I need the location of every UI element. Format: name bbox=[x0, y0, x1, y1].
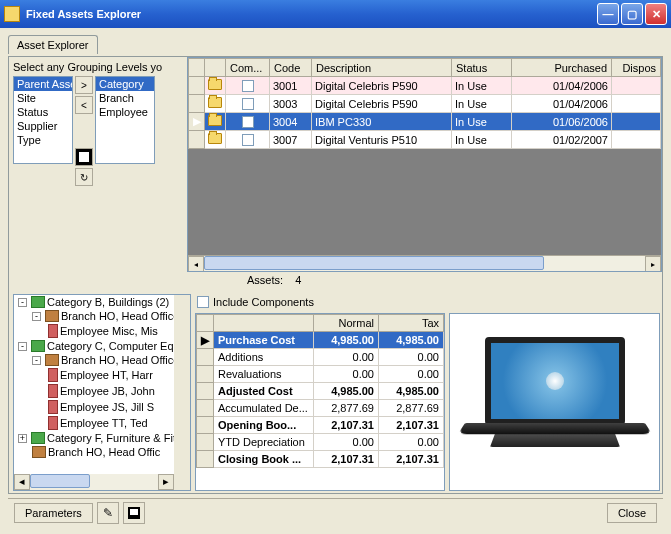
tree-category-icon bbox=[31, 340, 45, 352]
refresh-grouping-button[interactable]: ↻ bbox=[75, 168, 93, 186]
grid-hscrollbar[interactable]: ◂ ▸ bbox=[188, 255, 661, 271]
remove-level-button[interactable]: < bbox=[75, 96, 93, 114]
grid-header[interactable]: Purchased bbox=[512, 59, 612, 77]
grid-header[interactable]: Status bbox=[452, 59, 512, 77]
tree-label: Branch HO, Head Office bbox=[61, 354, 179, 366]
assets-label: Assets: bbox=[247, 274, 283, 286]
assets-grid[interactable]: Com...CodeDescriptionStatusPurchasedDisp… bbox=[187, 57, 662, 272]
values-row[interactable]: ▶Purchase Cost4,985.004,985.00 bbox=[197, 332, 444, 349]
tree-node[interactable]: -Category B, Buildings (2) bbox=[14, 295, 190, 309]
tree-node[interactable]: -Branch HO, Head Office bbox=[14, 353, 190, 367]
row-checkbox[interactable] bbox=[242, 134, 254, 146]
tree-label: Employee TT, Ted bbox=[60, 417, 148, 429]
row-checkbox[interactable] bbox=[242, 98, 254, 110]
add-level-button[interactable]: > bbox=[75, 76, 93, 94]
values-row[interactable]: Opening Boo...2,107.312,107.31 bbox=[197, 417, 444, 434]
tree-label: Category B, Buildings (2) bbox=[47, 296, 169, 308]
grid-header[interactable]: Description bbox=[312, 59, 452, 77]
expander-icon[interactable]: + bbox=[18, 434, 27, 443]
tree-label: Employee HT, Harr bbox=[60, 369, 153, 381]
grid-header[interactable] bbox=[189, 59, 205, 77]
maximize-button[interactable]: ▢ bbox=[621, 3, 643, 25]
values-row[interactable]: Closing Book ...2,107.312,107.31 bbox=[197, 451, 444, 468]
tree-node[interactable]: Branch HO, Head Offic bbox=[14, 445, 190, 459]
tree-category-icon bbox=[31, 432, 45, 444]
row-checkbox[interactable] bbox=[242, 80, 254, 92]
table-row[interactable]: 3007Digital Venturis P510In Use01/02/200… bbox=[189, 131, 661, 149]
close-button[interactable]: Close bbox=[607, 503, 657, 523]
tree-branch-icon bbox=[45, 310, 59, 322]
tree-label: Branch HO, Head Offic bbox=[48, 446, 160, 458]
tree-node[interactable]: Employee JB, John bbox=[14, 383, 190, 399]
chosen-level-item[interactable]: Category bbox=[96, 77, 154, 91]
scroll-right-button[interactable]: ▸ bbox=[645, 256, 661, 272]
category-tree[interactable]: -Category B, Buildings (2)-Branch HO, He… bbox=[13, 294, 191, 491]
values-row[interactable]: YTD Depreciation0.000.00 bbox=[197, 434, 444, 451]
tree-node[interactable]: Employee Misc, Mis bbox=[14, 323, 190, 339]
tree-label: Category F, Furniture & Fittin bbox=[47, 432, 188, 444]
scroll-thumb[interactable] bbox=[204, 256, 544, 270]
grid-header[interactable]: Com... bbox=[226, 59, 270, 77]
include-components-label: Include Components bbox=[213, 296, 314, 308]
grouping-panel: Select any Grouping Levels yo Parent Ass… bbox=[9, 57, 187, 292]
include-components-checkbox[interactable] bbox=[197, 296, 209, 308]
table-row[interactable]: 3003Digital Celebris P590In Use01/04/200… bbox=[189, 95, 661, 113]
table-row[interactable]: ▶3004IBM PC330In Use01/06/2006 bbox=[189, 113, 661, 131]
grouping-caption: Select any Grouping Levels yo bbox=[13, 61, 183, 73]
available-level-item[interactable]: Type bbox=[14, 133, 72, 147]
minimize-button[interactable]: — bbox=[597, 3, 619, 25]
expander-icon[interactable]: - bbox=[18, 342, 27, 351]
expander-icon[interactable]: - bbox=[32, 312, 41, 321]
expander-icon[interactable]: - bbox=[32, 356, 41, 365]
app-icon bbox=[4, 6, 20, 22]
expander-icon[interactable]: - bbox=[18, 298, 27, 307]
tree-node[interactable]: -Branch HO, Head Office bbox=[14, 309, 190, 323]
available-level-item[interactable]: Parent Asse bbox=[14, 77, 72, 91]
tree-node[interactable]: +Category F, Furniture & Fittin bbox=[14, 431, 190, 445]
values-row[interactable]: Revaluations0.000.00 bbox=[197, 366, 444, 383]
available-level-item[interactable]: Site bbox=[14, 91, 72, 105]
row-checkbox[interactable] bbox=[242, 116, 254, 128]
values-header bbox=[197, 315, 214, 332]
footer-save-button[interactable] bbox=[123, 502, 145, 524]
tab-asset-explorer[interactable]: Asset Explorer bbox=[8, 35, 98, 54]
available-levels-list[interactable]: Parent AsseSiteStatusSupplierType bbox=[13, 76, 73, 164]
save-grouping-button[interactable] bbox=[75, 148, 93, 166]
tree-branch-icon bbox=[32, 446, 46, 458]
window-title: Fixed Assets Explorer bbox=[26, 8, 597, 20]
values-header bbox=[214, 315, 314, 332]
tree-vscrollbar[interactable] bbox=[174, 295, 190, 490]
tree-hscrollbar[interactable]: ◂ ▸ bbox=[14, 474, 174, 490]
grid-header[interactable]: Dispos bbox=[612, 59, 661, 77]
parameters-button[interactable]: Parameters bbox=[14, 503, 93, 523]
tree-employee-icon bbox=[48, 324, 58, 338]
available-level-item[interactable]: Status bbox=[14, 105, 72, 119]
folder-icon bbox=[208, 79, 222, 90]
grid-header[interactable]: Code bbox=[270, 59, 312, 77]
values-row[interactable]: Additions0.000.00 bbox=[197, 349, 444, 366]
footer-edit-button[interactable]: ✎ bbox=[97, 502, 119, 524]
chosen-levels-list[interactable]: CategoryBranchEmployee bbox=[95, 76, 155, 164]
tree-branch-icon bbox=[45, 354, 59, 366]
footer-bar: Parameters ✎ Close bbox=[8, 498, 663, 526]
values-grid[interactable]: NormalTax▶Purchase Cost4,985.004,985.00A… bbox=[195, 313, 445, 491]
values-row[interactable]: Adjusted Cost4,985.004,985.00 bbox=[197, 383, 444, 400]
chosen-level-item[interactable]: Employee bbox=[96, 105, 154, 119]
tree-node[interactable]: -Category C, Computer Equi bbox=[14, 339, 190, 353]
table-row[interactable]: 3001Digital Celebris P590In Use01/04/200… bbox=[189, 77, 661, 95]
chosen-level-item[interactable]: Branch bbox=[96, 91, 154, 105]
workarea: Select any Grouping Levels yo Parent Ass… bbox=[8, 56, 663, 494]
tree-label: Category C, Computer Equi bbox=[47, 340, 182, 352]
values-row[interactable]: Accumulated De...2,877.692,877.69 bbox=[197, 400, 444, 417]
tree-category-icon bbox=[31, 296, 45, 308]
scroll-left-button[interactable]: ◂ bbox=[188, 256, 204, 272]
tree-label: Employee JS, Jill S bbox=[60, 401, 154, 413]
values-header: Tax bbox=[379, 315, 444, 332]
close-window-button[interactable]: ✕ bbox=[645, 3, 667, 25]
tree-node[interactable]: Employee HT, Harr bbox=[14, 367, 190, 383]
tree-node[interactable]: Employee TT, Ted bbox=[14, 415, 190, 431]
tree-node[interactable]: Employee JS, Jill S bbox=[14, 399, 190, 415]
grid-header[interactable] bbox=[205, 59, 226, 77]
asset-image-preview bbox=[449, 313, 660, 491]
available-level-item[interactable]: Supplier bbox=[14, 119, 72, 133]
